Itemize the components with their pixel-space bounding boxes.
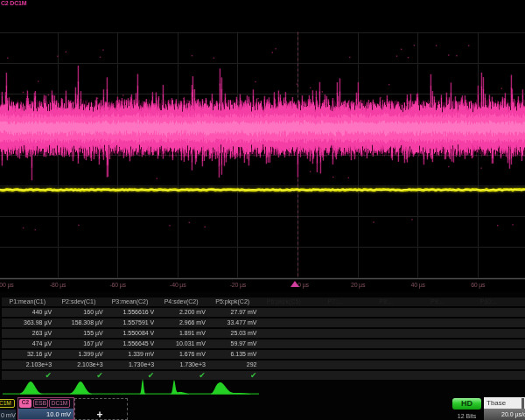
param-value-cell: [463, 308, 514, 317]
c1-coupling-badge[interactable]: DC1M: [0, 399, 15, 408]
time-axis-label: -60 µs: [92, 282, 144, 288]
param-value-cell: 440 µV: [2, 308, 53, 317]
param-value-cell: [258, 318, 310, 327]
param-value-cell: 160 µV: [53, 308, 105, 317]
param-value-cell: [258, 340, 310, 348]
hd-bits-label: 12 Bits: [452, 413, 482, 419]
param-value-cell: [310, 308, 361, 317]
time-axis-label: 20 µs: [332, 282, 384, 288]
table-row: 32.16 µV1.399 µV1.339 mV1.676 mV6.135 mV: [2, 350, 525, 359]
table-row: P1:mean(C1)P2:sdev(C1)P3:mean(C2)P4:sdev…: [2, 298, 525, 306]
param-value-cell: [412, 360, 464, 369]
oscilloscope-screen: C2 DC1M -100 µs-80 µs-60 µs-40 µs-20 µs0…: [0, 0, 525, 420]
time-axis-label: 60 µs: [452, 282, 504, 288]
param-value-cell: [412, 308, 464, 317]
param-value-cell: [258, 308, 310, 317]
descriptor-divider: [522, 398, 524, 409]
param-value-cell: [514, 350, 525, 359]
histicon-shape[interactable]: [70, 382, 92, 395]
time-axis-label: -100 µs: [0, 282, 31, 288]
histicon-shape[interactable]: [211, 382, 250, 395]
time-axis-label: -40 µs: [151, 282, 204, 288]
param-value-cell: [514, 329, 525, 338]
table-row: 474 µV167 µV1.556645 V10.031 mV59.97 mV: [2, 340, 525, 348]
param-value-cell: [360, 318, 412, 327]
param-value-cell: 2.103e+3: [53, 360, 105, 369]
table-row: 440 µV160 µV1.556616 V2.200 mV27.97 mV: [2, 308, 525, 317]
param-value-cell: [463, 329, 514, 338]
param-value-cell: 6.135 mV: [206, 350, 258, 359]
param-value-cell: 1.730e+3: [156, 360, 207, 369]
param-header-1[interactable]: P1:mean(C1): [2, 298, 53, 306]
param-header-5[interactable]: P5:pkpk(C2): [206, 298, 258, 306]
param-value-cell: 155 µV: [53, 329, 105, 338]
param-value-cell: [258, 329, 310, 338]
param-value-cell: 292: [206, 360, 258, 369]
table-row: 263 µV155 µV1.550084 V1.891 mV25.03 mV: [2, 329, 525, 338]
c2-eres-badge[interactable]: ESB: [33, 399, 48, 408]
param-value-cell: [412, 340, 464, 348]
param-header-10[interactable]: P10:...: [463, 298, 514, 306]
param-value-cell: 1.891 mV: [156, 329, 207, 338]
add-trace-plus-icon[interactable]: +: [94, 409, 106, 420]
c1-vdiv-value: 0 mV: [1, 411, 18, 419]
param-header-2[interactable]: P2:sdev(C1): [53, 298, 105, 306]
table-row: 2.103e+32.103e+31.730e+31.730e+3292: [2, 360, 525, 369]
param-value-cell: 1.730e+3: [104, 360, 156, 369]
param-value-cell: [360, 329, 412, 338]
param-header-8[interactable]: P8:...: [360, 298, 412, 306]
hd-mode-badge[interactable]: HD: [452, 398, 481, 410]
param-value-cell: [310, 340, 361, 348]
param-value-cell: [514, 360, 525, 369]
param-value-cell: [360, 308, 412, 317]
param-header-3[interactable]: P3:mean(C2): [104, 298, 156, 306]
c2-channel-badge[interactable]: C2: [19, 399, 32, 408]
param-value-cell: 1.550084 V: [104, 329, 156, 338]
param-value-cell: [258, 360, 310, 369]
param-value-cell: [310, 360, 361, 369]
histicon-shape[interactable]: [170, 380, 189, 394]
c2-coupling-badge[interactable]: DC1M: [49, 399, 70, 408]
param-value-cell: 33.477 mV: [206, 318, 258, 327]
param-value-cell: 474 µV: [2, 340, 53, 348]
param-value-cell: [412, 318, 464, 327]
param-value-cell: [360, 360, 412, 369]
c2-vdiv-value: 10.0 mV: [18, 410, 71, 418]
histicon-shape[interactable]: [139, 379, 149, 395]
param-header-4[interactable]: P4:sdev(C2): [156, 298, 207, 306]
param-value-cell: [463, 360, 514, 369]
param-value-cell: [463, 340, 514, 348]
measurement-table: P1:mean(C1)P2:sdev(C1)P3:mean(C2)P4:sdev…: [2, 298, 525, 382]
param-value-cell: 263 µV: [2, 329, 53, 338]
trace-descriptor-label: C2 DC1M: [1, 0, 26, 6]
timebase-descriptor-header[interactable]: Tbase: [484, 397, 525, 409]
param-value-cell: [463, 318, 514, 327]
param-value-cell: [310, 329, 361, 338]
histicon-shape[interactable]: [20, 382, 43, 395]
param-value-cell: 1.676 mV: [156, 350, 207, 359]
param-value-cell: [412, 350, 464, 359]
param-value-cell: [463, 350, 514, 359]
param-value-cell: 32.16 µV: [2, 350, 53, 359]
measurement-histicons[interactable]: [0, 375, 525, 398]
waveform-grid-area[interactable]: [0, 0, 525, 292]
param-value-cell: 1.339 mV: [104, 350, 156, 359]
param-value-cell: 158.308 µV: [53, 318, 105, 327]
param-value-cell: [360, 340, 412, 348]
param-header-7[interactable]: P7:...: [310, 298, 361, 306]
param-value-cell: 1.557591 V: [104, 318, 156, 327]
param-value-cell: [310, 318, 361, 327]
param-header-6[interactable]: P6:pkpk(C5): [258, 298, 310, 306]
time-axis-label: 0 µs: [277, 282, 330, 288]
time-axis-label: -80 µs: [32, 282, 84, 288]
param-value-cell: 2.966 mV: [156, 318, 207, 327]
param-header-9[interactable]: P9:...: [412, 298, 464, 306]
param-value-cell: [310, 350, 361, 359]
param-value-cell: [412, 329, 464, 338]
param-value-cell: [514, 308, 525, 317]
param-header-11[interactable]: P11:...: [514, 298, 525, 306]
param-value-cell: 10.031 mV: [156, 340, 207, 348]
param-value-cell: [258, 350, 310, 359]
time-axis-label: -20 µs: [212, 282, 264, 288]
trigger-position-marker[interactable]: [290, 281, 299, 287]
